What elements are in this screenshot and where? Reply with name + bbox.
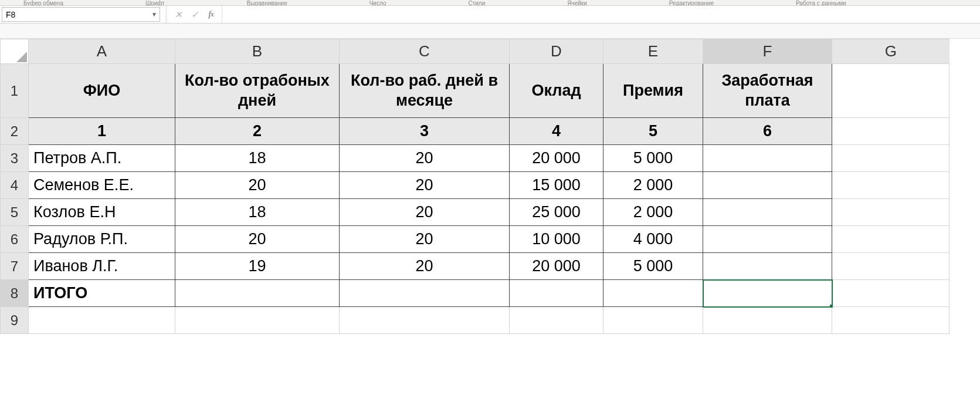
cell-D1[interactable]: Оклад (510, 64, 603, 118)
cell-D2[interactable]: 4 (510, 118, 603, 145)
name-box[interactable]: ▼ (2, 7, 160, 22)
ribbon-group-labels: Буфер обмена Шрифт Выравнивание Число Ст… (0, 0, 980, 6)
cancel-icon: ✕ (170, 6, 186, 23)
cell-G2[interactable] (832, 118, 950, 145)
cell-A9[interactable] (29, 307, 175, 334)
cell-A4[interactable]: Семенов Е.Е. (29, 172, 175, 199)
cell-G1[interactable] (832, 64, 950, 118)
cell-C1[interactable]: Кол-во раб. дней в месяце (340, 64, 510, 118)
cell-D9[interactable] (510, 307, 603, 334)
cell-E7[interactable]: 5 000 (603, 253, 703, 280)
cell-G8[interactable] (832, 280, 950, 307)
spacer (0, 23, 980, 39)
cell-G3[interactable] (832, 145, 950, 172)
cell-B7[interactable]: 19 (175, 253, 340, 280)
cell-C6[interactable]: 20 (340, 226, 510, 253)
cell-B6[interactable]: 20 (175, 226, 340, 253)
formula-input[interactable] (222, 6, 980, 23)
cell-F6[interactable] (703, 226, 832, 253)
cell-A7[interactable]: Иванов Л.Г. (29, 253, 175, 280)
row-header-6[interactable]: 6 (1, 226, 29, 253)
cell-G9[interactable] (832, 307, 950, 334)
cell-E5[interactable]: 2 000 (603, 199, 703, 226)
separator (162, 6, 167, 23)
row-header-8[interactable]: 8 (1, 280, 29, 307)
cell-F3[interactable] (703, 145, 832, 172)
cell-C9[interactable] (340, 307, 510, 334)
col-header-C[interactable]: C (340, 39, 510, 64)
row-header-4[interactable]: 4 (1, 172, 29, 199)
fx-icon[interactable]: fx (203, 6, 219, 23)
spreadsheet-grid[interactable]: A B C D E F G 1 ФИО Кол-во отрабоных дне… (0, 39, 980, 334)
row-header-7[interactable]: 7 (1, 253, 29, 280)
col-header-D[interactable]: D (510, 39, 603, 64)
cell-D8[interactable] (510, 280, 603, 307)
cell-G6[interactable] (832, 226, 950, 253)
cell-F5[interactable] (703, 199, 832, 226)
row-header-5[interactable]: 5 (1, 199, 29, 226)
cell-E2[interactable]: 5 (603, 118, 703, 145)
col-header-G[interactable]: G (832, 39, 950, 64)
cell-E8[interactable] (603, 280, 703, 307)
cell-A2[interactable]: 1 (29, 118, 175, 145)
cell-G7[interactable] (832, 253, 950, 280)
row-header-3[interactable]: 3 (1, 145, 29, 172)
cell-C7[interactable]: 20 (340, 253, 510, 280)
cell-D7[interactable]: 20 000 (510, 253, 603, 280)
cell-C5[interactable]: 20 (340, 199, 510, 226)
cell-B5[interactable]: 18 (175, 199, 340, 226)
cell-B4[interactable]: 20 (175, 172, 340, 199)
cell-D3[interactable]: 20 000 (510, 145, 603, 172)
cell-A1[interactable]: ФИО (29, 64, 175, 118)
cell-A8[interactable]: ИТОГО (29, 280, 175, 307)
cell-E9[interactable] (603, 307, 703, 334)
cell-E1[interactable]: Премия (603, 64, 703, 118)
cell-B9[interactable] (175, 307, 340, 334)
cell-B3[interactable]: 18 (175, 145, 340, 172)
cell-F1[interactable]: Заработная плата (703, 64, 832, 118)
cell-B2[interactable]: 2 (175, 118, 340, 145)
cell-B1[interactable]: Кол-во отрабоных дней (175, 64, 340, 118)
row-header-2[interactable]: 2 (1, 118, 29, 145)
formula-bar-row: ▼ ✕ ✓ fx (0, 6, 980, 23)
cell-E6[interactable]: 4 000 (603, 226, 703, 253)
cell-E3[interactable]: 5 000 (603, 145, 703, 172)
cell-C8[interactable] (340, 280, 510, 307)
col-header-B[interactable]: B (175, 39, 340, 64)
name-box-input[interactable] (2, 9, 149, 21)
cell-G5[interactable] (832, 199, 950, 226)
cell-G4[interactable] (832, 172, 950, 199)
col-header-E[interactable]: E (603, 39, 703, 64)
cell-C3[interactable]: 20 (340, 145, 510, 172)
cell-B8[interactable] (175, 280, 340, 307)
row-header-9[interactable]: 9 (1, 307, 29, 334)
cell-D6[interactable]: 10 000 (510, 226, 603, 253)
cell-A5[interactable]: Козлов Е.Н (29, 199, 175, 226)
cell-E4[interactable]: 2 000 (603, 172, 703, 199)
col-header-F[interactable]: F (703, 39, 832, 64)
cell-F9[interactable] (703, 307, 832, 334)
cell-C2[interactable]: 3 (340, 118, 510, 145)
cell-D5[interactable]: 25 000 (510, 199, 603, 226)
cell-C4[interactable]: 20 (340, 172, 510, 199)
name-box-dropdown[interactable]: ▼ (149, 11, 160, 18)
cell-D4[interactable]: 15 000 (510, 172, 603, 199)
cell-A6[interactable]: Радулов Р.П. (29, 226, 175, 253)
select-all-corner[interactable] (1, 39, 29, 64)
enter-icon: ✓ (186, 6, 203, 23)
cell-F2[interactable]: 6 (703, 118, 832, 145)
cell-F4[interactable] (703, 172, 832, 199)
cell-A3[interactable]: Петров А.П. (29, 145, 175, 172)
cell-F8[interactable] (703, 280, 832, 307)
row-header-1[interactable]: 1 (1, 64, 29, 118)
col-header-A[interactable]: A (29, 39, 175, 64)
cell-F7[interactable] (703, 253, 832, 280)
